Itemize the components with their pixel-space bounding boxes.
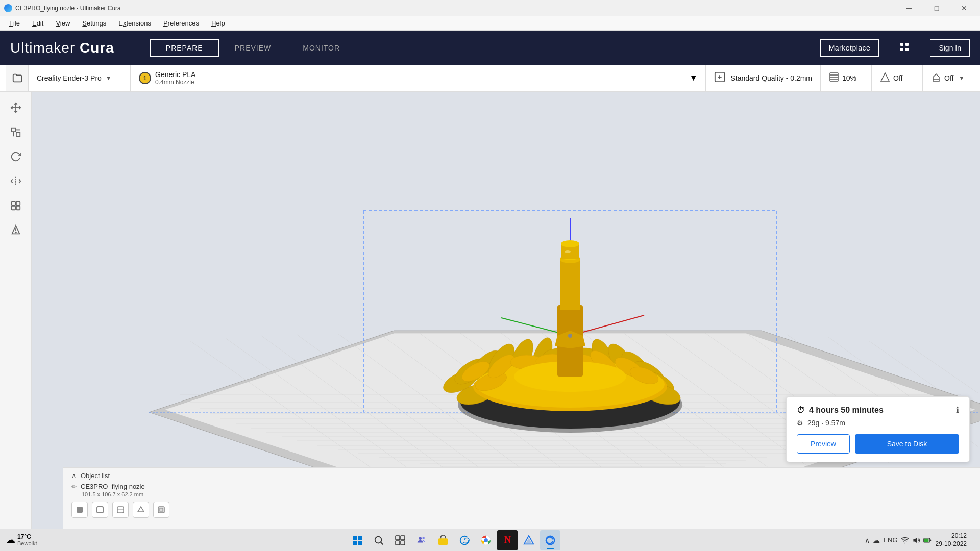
material-name: Generic PLA	[155, 70, 195, 79]
object-list-header: ∧ Object list	[71, 472, 972, 480]
infill-value: 10%	[842, 74, 856, 82]
material-info: Generic PLA 0.4mm Nozzle	[155, 70, 195, 86]
taskbar-cura[interactable]	[540, 530, 560, 550]
per-model-tool[interactable]	[5, 219, 27, 241]
svg-rect-16	[16, 133, 19, 136]
taskbar-search[interactable]	[369, 530, 389, 550]
taskbar-edge[interactable]	[454, 530, 475, 550]
svg-rect-0	[900, 43, 903, 46]
adhesion-value: Off	[944, 74, 953, 82]
scale-tool[interactable]	[5, 121, 27, 143]
tab-prepare[interactable]: PREPARE	[150, 39, 219, 57]
show-desktop-button[interactable]	[971, 531, 974, 549]
adhesion-icon	[931, 72, 941, 84]
grid-icon-button[interactable]	[894, 39, 915, 58]
material-chevron: ▼	[690, 73, 698, 83]
infill-section: 10%	[821, 65, 872, 91]
title-text: CE3PRO_flying nozle - Ultimaker Cura	[4, 4, 121, 12]
svg-marker-141	[913, 537, 917, 543]
3d-viewport[interactable]: ∧ Object list ✏ CE3PRO_flying nozle 101.…	[32, 92, 980, 529]
taskbar-start[interactable]	[347, 530, 368, 550]
svg-point-132	[419, 537, 422, 540]
tab-monitor[interactable]: MONITOR	[287, 39, 356, 57]
weather-icon: ☁	[6, 534, 15, 545]
menu-help[interactable]: Help	[206, 18, 230, 28]
time-row: ⏱ 4 hours 50 minutes ℹ	[797, 405, 959, 415]
info-icon[interactable]: ℹ	[956, 405, 959, 415]
adhesion-section: Off ▼	[923, 65, 974, 91]
edit-icon[interactable]: ✏	[71, 483, 77, 490]
svg-rect-3	[905, 48, 909, 51]
menu-view[interactable]: View	[51, 18, 75, 28]
taskbar-netflix[interactable]: N	[497, 530, 518, 550]
minimize-button[interactable]: ─	[897, 0, 921, 16]
svg-rect-120	[158, 507, 164, 513]
title-bar: CE3PRO_flying nozle - Ultimaker Cura ─ □…	[0, 0, 980, 16]
svg-rect-2	[900, 48, 903, 51]
support-tool[interactable]	[5, 195, 27, 216]
support-section: Off	[872, 65, 923, 91]
weather-temp: 17°C	[17, 533, 37, 540]
menu-file[interactable]: File	[4, 18, 25, 28]
logo-bold: Cura	[80, 40, 114, 56]
maximize-button[interactable]: □	[925, 0, 948, 16]
action-buttons: Preview Save to Disk	[797, 434, 959, 454]
print-time: ⏱ 4 hours 50 minutes	[797, 406, 884, 415]
clock-date: 29-10-2022	[936, 540, 967, 548]
view-xray-button[interactable]	[153, 502, 169, 518]
signin-button[interactable]: Sign In	[930, 39, 970, 57]
taskbar-slicer[interactable]	[519, 530, 539, 550]
material-selector[interactable]: 1 Generic PLA 0.4mm Nozzle ▼	[131, 65, 706, 91]
menu-settings[interactable]: Settings	[77, 18, 111, 28]
settings-chevron[interactable]: ▼	[959, 75, 964, 81]
svg-rect-122	[353, 536, 357, 540]
printer-selector[interactable]: Creality Ender-3 Pro ▼	[29, 65, 131, 91]
object-item: ✏ CE3PRO_flying nozle	[71, 483, 972, 490]
svg-point-133	[423, 537, 425, 539]
language-indicator[interactable]: ENG	[883, 536, 897, 544]
object-dimensions: 101.5 x 106.7 x 62.2 mm	[82, 491, 972, 497]
close-button[interactable]: ✕	[952, 0, 976, 16]
infill-icon	[829, 72, 839, 84]
taskbar-store[interactable]	[433, 530, 453, 550]
view-solid-button[interactable]	[71, 502, 88, 518]
support-icon	[880, 72, 890, 84]
taskbar-taskview[interactable]	[390, 530, 410, 550]
svg-rect-134	[438, 538, 448, 545]
move-tool[interactable]	[5, 97, 27, 118]
tray-up-arrow[interactable]: ∧	[865, 536, 870, 544]
view-transparent-button[interactable]	[112, 502, 129, 518]
tab-preview[interactable]: PREVIEW	[219, 39, 287, 57]
view-outline-button[interactable]	[92, 502, 108, 518]
material-usage: 29g · 9.57m	[807, 419, 845, 427]
svg-rect-20	[11, 202, 15, 205]
svg-rect-21	[16, 202, 19, 205]
menu-preferences[interactable]: Preferences	[158, 18, 204, 28]
netflix-icon: N	[504, 535, 511, 545]
quality-name: Standard Quality - 0.2mm	[730, 74, 812, 82]
menu-edit[interactable]: Edit	[27, 18, 48, 28]
folder-button[interactable]	[6, 65, 29, 91]
marketplace-button[interactable]: Marketplace	[820, 39, 879, 57]
left-toolbar	[0, 92, 32, 529]
taskbar-chrome[interactable]	[476, 530, 496, 550]
view-wireframe-button[interactable]	[133, 502, 149, 518]
save-to-disk-button[interactable]: Save to Disk	[855, 434, 959, 454]
clock-time: 20:12	[951, 532, 967, 540]
svg-rect-15	[11, 128, 15, 132]
mirror-tool[interactable]	[5, 170, 27, 192]
menu-extensions[interactable]: Extensions	[113, 18, 156, 28]
svg-point-114	[568, 334, 572, 338]
svg-rect-115	[77, 507, 83, 513]
time-icon: ⏱	[797, 406, 805, 415]
preview-button[interactable]: Preview	[797, 434, 850, 454]
window-title: CE3PRO_flying nozle - Ultimaker Cura	[15, 5, 121, 12]
svg-rect-108	[560, 259, 580, 310]
quality-selector[interactable]: Standard Quality - 0.2mm	[706, 65, 821, 91]
svg-line-127	[381, 542, 383, 544]
clock[interactable]: 20:12 29-10-2022	[936, 532, 967, 548]
tray-icons[interactable]: ∧ ☁ ENG	[865, 536, 931, 544]
rotate-tool[interactable]	[5, 146, 27, 167]
svg-rect-131	[401, 541, 405, 545]
taskbar-teams[interactable]	[411, 530, 432, 550]
